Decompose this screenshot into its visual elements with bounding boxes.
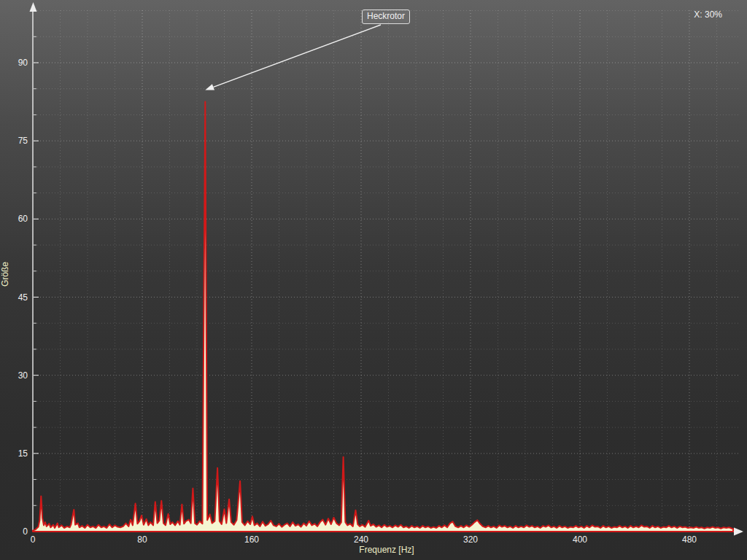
spectrum-series (33, 102, 733, 532)
x-tick-label-240: 240 (343, 534, 379, 545)
zoom-percentage-readout: X: 30% (694, 9, 722, 20)
y-axis-arrowhead-icon (30, 2, 37, 12)
x-tick-label-80: 80 (124, 534, 160, 545)
x-axis-title: Frequenz [Hz] (314, 545, 460, 555)
plot-canvas (0, 0, 747, 560)
annotation-arrowhead-icon (205, 84, 214, 90)
x-axis-arrowhead-icon (734, 528, 743, 536)
spectrum-chart: 0153045607590 080160240320400480 Größe F… (0, 0, 747, 560)
x-tick-label-480: 480 (671, 534, 708, 545)
annotation-arrow-line (214, 25, 381, 87)
y-tick-label-15: 15 (0, 448, 28, 459)
annotation-label-heckrotor[interactable]: Heckrotor (362, 9, 410, 24)
x-tick-label-0: 0 (15, 534, 51, 545)
y-tick-label-90: 90 (0, 57, 28, 69)
x-tick-label-160: 160 (233, 534, 270, 545)
x-tick-label-320: 320 (452, 534, 489, 545)
y-tick-label-60: 60 (0, 213, 28, 225)
y-tick-label-75: 75 (0, 135, 28, 147)
y-axis-title: Größe (0, 249, 12, 300)
x-tick-label-400: 400 (562, 534, 598, 545)
y-tick-label-30: 30 (0, 370, 28, 381)
